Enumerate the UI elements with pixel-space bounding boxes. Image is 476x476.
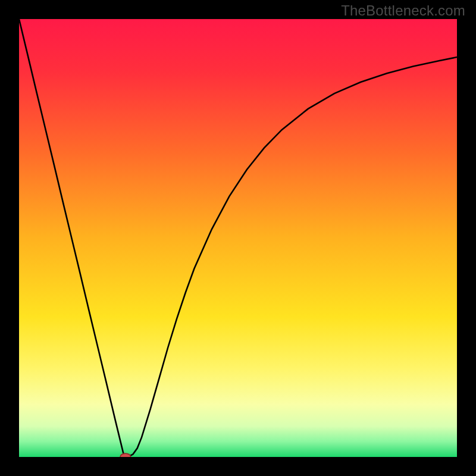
gradient-background <box>19 19 457 457</box>
min-point-marker <box>120 453 131 457</box>
watermark-text: TheBottleneck.com <box>341 2 465 19</box>
chart-frame: TheBottleneck.com <box>0 0 476 476</box>
plot-area <box>19 19 457 457</box>
plot-svg <box>19 19 457 457</box>
